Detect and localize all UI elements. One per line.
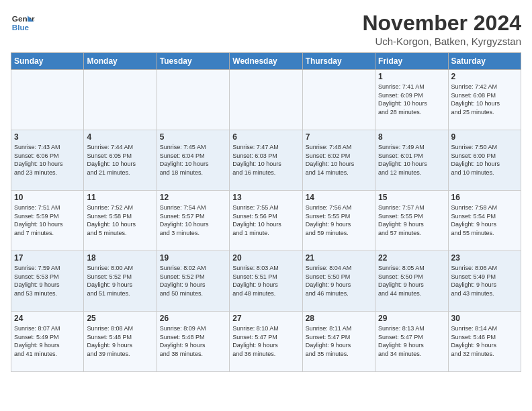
- calendar-cell: 6Sunrise: 7:47 AM Sunset: 6:03 PM Daylig…: [230, 130, 302, 191]
- day-info: Sunrise: 7:49 AM Sunset: 6:01 PM Dayligh…: [378, 143, 445, 177]
- day-info: Sunrise: 7:47 AM Sunset: 6:03 PM Dayligh…: [232, 143, 299, 177]
- weekday-header-wednesday: Wednesday: [230, 53, 302, 70]
- day-number: 16: [451, 193, 518, 202]
- day-info: Sunrise: 7:55 AM Sunset: 5:56 PM Dayligh…: [232, 203, 299, 237]
- day-info: Sunrise: 8:06 AM Sunset: 5:49 PM Dayligh…: [451, 264, 518, 298]
- day-info: Sunrise: 8:03 AM Sunset: 5:51 PM Dayligh…: [232, 264, 299, 298]
- svg-text:Blue: Blue: [12, 23, 30, 32]
- weekday-header-thursday: Thursday: [302, 53, 375, 70]
- calendar-cell: 23Sunrise: 8:06 AM Sunset: 5:49 PM Dayli…: [448, 251, 521, 312]
- logo-icon: General Blue: [11, 11, 35, 35]
- calendar-cell: 28Sunrise: 8:11 AM Sunset: 5:47 PM Dayli…: [302, 312, 375, 372]
- calendar-cell: 1Sunrise: 7:41 AM Sunset: 6:09 PM Daylig…: [375, 70, 448, 130]
- day-info: Sunrise: 7:56 AM Sunset: 5:55 PM Dayligh…: [306, 203, 372, 237]
- day-info: Sunrise: 8:04 AM Sunset: 5:50 PM Dayligh…: [306, 264, 372, 298]
- weekday-header-friday: Friday: [375, 53, 448, 70]
- calendar-cell: 15Sunrise: 7:57 AM Sunset: 5:55 PM Dayli…: [375, 191, 448, 251]
- subtitle: Uch-Korgon, Batken, Kyrgyzstan: [362, 36, 521, 47]
- day-info: Sunrise: 7:44 AM Sunset: 6:05 PM Dayligh…: [87, 143, 153, 177]
- weekday-header-monday: Monday: [84, 53, 157, 70]
- calendar-week-3: 10Sunrise: 7:51 AM Sunset: 5:59 PM Dayli…: [11, 191, 521, 251]
- day-number: 27: [232, 314, 299, 323]
- day-info: Sunrise: 7:57 AM Sunset: 5:55 PM Dayligh…: [378, 203, 445, 237]
- day-info: Sunrise: 7:54 AM Sunset: 5:57 PM Dayligh…: [160, 203, 226, 237]
- calendar-cell: [11, 70, 84, 130]
- title-area: November 2024 Uch-Korgon, Batken, Kyrgyz…: [362, 11, 521, 47]
- day-number: 10: [14, 193, 81, 202]
- day-number: 17: [14, 253, 81, 263]
- day-info: Sunrise: 7:52 AM Sunset: 5:58 PM Dayligh…: [87, 203, 153, 237]
- day-number: 20: [232, 253, 299, 263]
- day-info: Sunrise: 7:41 AM Sunset: 6:09 PM Dayligh…: [378, 83, 445, 116]
- day-info: Sunrise: 8:07 AM Sunset: 5:49 PM Dayligh…: [14, 324, 81, 358]
- logo: General Blue: [11, 11, 35, 35]
- day-info: Sunrise: 8:09 AM Sunset: 5:48 PM Dayligh…: [160, 324, 226, 358]
- calendar-table: SundayMondayTuesdayWednesdayThursdayFrid…: [11, 52, 521, 372]
- day-number: 29: [378, 314, 445, 323]
- calendar-cell: 8Sunrise: 7:49 AM Sunset: 6:01 PM Daylig…: [375, 130, 448, 191]
- calendar-week-5: 24Sunrise: 8:07 AM Sunset: 5:49 PM Dayli…: [11, 312, 521, 372]
- day-number: 22: [378, 253, 445, 263]
- day-number: 8: [378, 132, 445, 142]
- day-number: 11: [87, 193, 153, 202]
- month-title: November 2024: [362, 11, 521, 36]
- day-info: Sunrise: 7:50 AM Sunset: 6:00 PM Dayligh…: [451, 143, 518, 177]
- calendar-cell: 22Sunrise: 8:05 AM Sunset: 5:50 PM Dayli…: [375, 251, 448, 312]
- calendar-cell: 29Sunrise: 8:13 AM Sunset: 5:47 PM Dayli…: [375, 312, 448, 372]
- day-info: Sunrise: 8:02 AM Sunset: 5:52 PM Dayligh…: [160, 264, 226, 298]
- day-info: Sunrise: 7:42 AM Sunset: 6:08 PM Dayligh…: [451, 83, 518, 116]
- calendar-cell: 26Sunrise: 8:09 AM Sunset: 5:48 PM Dayli…: [157, 312, 229, 372]
- calendar-cell: [230, 70, 302, 130]
- calendar-week-1: 1Sunrise: 7:41 AM Sunset: 6:09 PM Daylig…: [11, 70, 521, 130]
- day-info: Sunrise: 7:43 AM Sunset: 6:06 PM Dayligh…: [14, 143, 81, 177]
- calendar-cell: 5Sunrise: 7:45 AM Sunset: 6:04 PM Daylig…: [157, 130, 229, 191]
- calendar-cell: [302, 70, 375, 130]
- day-info: Sunrise: 7:45 AM Sunset: 6:04 PM Dayligh…: [160, 143, 226, 177]
- day-number: 2: [451, 72, 518, 81]
- day-info: Sunrise: 7:59 AM Sunset: 5:53 PM Dayligh…: [14, 264, 81, 298]
- day-number: 4: [87, 132, 153, 142]
- day-number: 25: [87, 314, 153, 323]
- calendar-cell: 25Sunrise: 8:08 AM Sunset: 5:48 PM Dayli…: [84, 312, 157, 372]
- day-number: 13: [232, 193, 299, 202]
- calendar-week-4: 17Sunrise: 7:59 AM Sunset: 5:53 PM Dayli…: [11, 251, 521, 312]
- calendar-cell: 14Sunrise: 7:56 AM Sunset: 5:55 PM Dayli…: [302, 191, 375, 251]
- calendar-cell: 3Sunrise: 7:43 AM Sunset: 6:06 PM Daylig…: [11, 130, 84, 191]
- day-number: 30: [451, 314, 518, 323]
- calendar-cell: 21Sunrise: 8:04 AM Sunset: 5:50 PM Dayli…: [302, 251, 375, 312]
- calendar-cell: [84, 70, 157, 130]
- day-number: 6: [232, 132, 299, 142]
- day-info: Sunrise: 8:13 AM Sunset: 5:47 PM Dayligh…: [378, 324, 445, 358]
- day-info: Sunrise: 8:08 AM Sunset: 5:48 PM Dayligh…: [87, 324, 153, 358]
- calendar-week-2: 3Sunrise: 7:43 AM Sunset: 6:06 PM Daylig…: [11, 130, 521, 191]
- calendar-cell: 27Sunrise: 8:10 AM Sunset: 5:47 PM Dayli…: [230, 312, 302, 372]
- day-number: 18: [87, 253, 153, 263]
- day-number: 28: [306, 314, 372, 323]
- day-number: 3: [14, 132, 81, 142]
- day-number: 12: [160, 193, 226, 202]
- calendar-cell: 10Sunrise: 7:51 AM Sunset: 5:59 PM Dayli…: [11, 191, 84, 251]
- weekday-header-saturday: Saturday: [448, 53, 521, 70]
- day-info: Sunrise: 8:11 AM Sunset: 5:47 PM Dayligh…: [306, 324, 372, 358]
- calendar-cell: 11Sunrise: 7:52 AM Sunset: 5:58 PM Dayli…: [84, 191, 157, 251]
- calendar-cell: 24Sunrise: 8:07 AM Sunset: 5:49 PM Dayli…: [11, 312, 84, 372]
- calendar-cell: 2Sunrise: 7:42 AM Sunset: 6:08 PM Daylig…: [448, 70, 521, 130]
- day-number: 15: [378, 193, 445, 202]
- calendar-cell: 18Sunrise: 8:00 AM Sunset: 5:52 PM Dayli…: [84, 251, 157, 312]
- svg-text:General: General: [12, 14, 35, 23]
- calendar-cell: 19Sunrise: 8:02 AM Sunset: 5:52 PM Dayli…: [157, 251, 229, 312]
- day-info: Sunrise: 7:58 AM Sunset: 5:54 PM Dayligh…: [451, 203, 518, 237]
- weekday-header-sunday: Sunday: [11, 53, 84, 70]
- day-number: 21: [306, 253, 372, 263]
- calendar-cell: 16Sunrise: 7:58 AM Sunset: 5:54 PM Dayli…: [448, 191, 521, 251]
- day-number: 19: [160, 253, 226, 263]
- day-info: Sunrise: 7:48 AM Sunset: 6:02 PM Dayligh…: [306, 143, 372, 177]
- calendar-cell: 4Sunrise: 7:44 AM Sunset: 6:05 PM Daylig…: [84, 130, 157, 191]
- header: General Blue November 2024 Uch-Korgon, B…: [11, 11, 521, 47]
- calendar-cell: 7Sunrise: 7:48 AM Sunset: 6:02 PM Daylig…: [302, 130, 375, 191]
- calendar-cell: 12Sunrise: 7:54 AM Sunset: 5:57 PM Dayli…: [157, 191, 229, 251]
- day-number: 9: [451, 132, 518, 142]
- day-info: Sunrise: 8:00 AM Sunset: 5:52 PM Dayligh…: [87, 264, 153, 298]
- day-info: Sunrise: 7:51 AM Sunset: 5:59 PM Dayligh…: [14, 203, 81, 237]
- calendar-cell: 30Sunrise: 8:14 AM Sunset: 5:46 PM Dayli…: [448, 312, 521, 372]
